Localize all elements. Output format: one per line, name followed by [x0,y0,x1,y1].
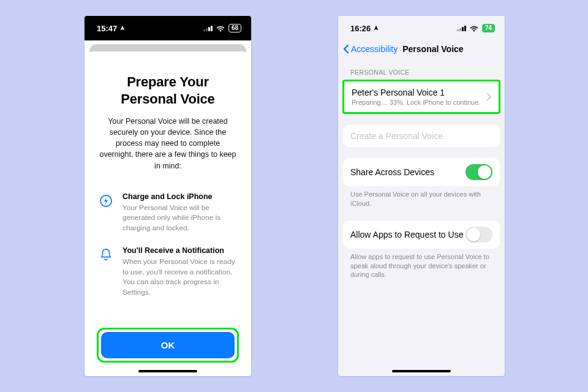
allow-label: Allow Apps to Request to Use [350,230,466,239]
ok-button[interactable]: OK [101,332,235,358]
share-footer: Use Personal Voice on all your devices w… [343,186,500,209]
nav-back-button[interactable]: Accessibility [343,44,398,54]
share-toggle[interactable] [466,164,492,180]
signal-icon [457,25,466,31]
info-row-charge: Charge and Lock iPhone Your Personal Voi… [96,192,240,233]
status-time: 16:26 [350,24,371,33]
share-label: Share Across Devices [350,167,466,177]
voice-row-highlight-frame: Peter's Personal Voice 1 Preparing… 33%.… [342,80,500,114]
battery-indicator: 68 [228,24,241,32]
allow-toggle[interactable] [466,227,492,243]
wifi-icon [470,25,478,32]
modal-body-text: Your Personal Voice will be created secu… [96,116,240,172]
allow-footer: Allow apps to request to use Personal Vo… [343,249,500,281]
bell-icon [98,246,114,297]
nav-back-label: Accessibility [351,44,398,54]
status-time: 15:47 [97,24,117,33]
bolt-circle-icon [98,192,114,233]
share-across-devices-row[interactable]: Share Across Devices [343,158,500,186]
info-heading: Charge and Lock iPhone [123,192,238,201]
info-row-notification: You'll Receive a Notification When your … [96,246,240,297]
info-heading: You'll Receive a Notification [123,246,238,255]
signal-icon [203,25,213,31]
voice-row-title: Peter's Personal Voice 1 [352,88,486,97]
location-icon [119,25,126,31]
ok-highlight-frame: OK [97,328,239,363]
chevron-left-icon [343,44,349,54]
phone-settings-personal-voice: 16:26 74 Accessibility Personal Voic [338,16,505,376]
prepare-voice-modal: Prepare Your Personal Voice Your Persona… [85,51,251,376]
status-bar: 16:26 74 [338,16,505,40]
battery-indicator: 74 [482,24,495,32]
create-voice-label: Create a Personal Voice [350,131,492,141]
nav-bar: Accessibility Personal Voice [338,40,505,60]
status-bar: 15:47 68 [85,16,251,40]
wifi-icon [216,25,225,32]
voice-row-subtitle: Preparing… 33%. Lock iPhone to continue. [352,99,486,106]
info-desc: Your Personal Voice will be generated on… [123,203,238,233]
create-personal-voice-row: Create a Personal Voice [343,125,500,147]
home-indicator[interactable] [138,370,197,372]
location-icon [373,25,379,31]
phone-prepare-voice: 15:47 68 Prepare Your Personal Voice You… [85,16,251,376]
nav-title: Personal Voice [402,44,463,54]
chevron-right-icon [486,93,491,100]
home-indicator[interactable] [392,370,451,372]
allow-apps-row[interactable]: Allow Apps to Request to Use [343,221,500,249]
voice-row[interactable]: Peter's Personal Voice 1 Preparing… 33%.… [344,81,499,112]
modal-title: Prepare Your Personal Voice [99,74,236,107]
section-header-personal-voice: PERSONAL VOICE [343,60,500,80]
info-desc: When your Personal Voice is ready to use… [123,257,238,297]
